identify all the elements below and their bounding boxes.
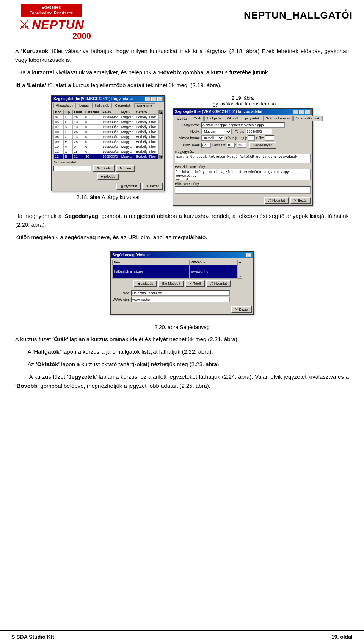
- suly-label: Súly:: [256, 136, 264, 140]
- close-icon-right: ✕: [294, 199, 297, 202]
- bezar-btn-left[interactable]: ✕ Bezár: [142, 183, 163, 190]
- tab-leiras[interactable]: Leírás: [77, 103, 91, 108]
- logo-text: NEPTUN: [32, 18, 84, 32]
- table-row[interactable]: 08G1301999/00/1MagyarBorbély Tibor: [54, 134, 159, 139]
- kurzuskod-input[interactable]: [201, 143, 211, 148]
- bold-jegyzetek: 'Jegyzetek': [67, 373, 97, 380]
- table-row[interactable]: 05G1301998/99/2MagyarBorbély Tibor: [54, 119, 159, 124]
- nyomtat-btn-right[interactable]: 🖨 Nyomtat: [264, 197, 289, 204]
- table-row[interactable]: 08E2601998/99/2MagyarBorbély Tibor: [54, 129, 159, 134]
- bold-bovebb2: 'Bővebb': [15, 383, 39, 389]
- close-icon-left: ✕: [146, 184, 149, 188]
- table-row[interactable]: 09E2801999/00/2MagyarBorbély Tibor: [54, 139, 159, 144]
- dialog-right-title: Szg segített ter(VEMKGE4244T-04) kurzus …: [175, 110, 262, 114]
- filter-input[interactable]: [53, 166, 91, 171]
- screenshot-right: 2.19. ábraEgy kiválasztott kurzus leírás…: [173, 95, 313, 206]
- seged-nev: Hálózatok analízise: [113, 265, 190, 278]
- megjegyzes-textarea[interactable]: min. 5 0, egyik teljesen kezdő AutoCAD-e…: [175, 154, 311, 163]
- col-www: WWW cím: [190, 260, 238, 265]
- targy-neve-input[interactable]: [201, 122, 285, 128]
- bovebb-button-left[interactable]: ▶ Bővebb: [97, 173, 119, 180]
- letszam-to[interactable]: [237, 143, 246, 148]
- paragraph-7: A 'Hallgatók' lapon a kurzusra járó hall…: [15, 347, 349, 356]
- tab-vizsgaalkalmak[interactable]: Vizsgaalkalmak: [293, 116, 322, 121]
- bold-leiras: 'Leírás': [27, 82, 46, 88]
- maximize-btn-left[interactable]: □: [151, 97, 157, 101]
- bezar-btn-seged[interactable]: ✕ Bezár: [231, 306, 252, 313]
- footer-page: 19. oldal: [331, 634, 353, 640]
- bold-itt: Itt: [15, 82, 20, 88]
- bold-orak: 'Órák': [52, 336, 68, 342]
- tab-orak[interactable]: Órák: [191, 116, 204, 121]
- masol-btn[interactable]: Elő Módosít: [158, 280, 184, 287]
- felev-input[interactable]: [246, 129, 272, 134]
- col-letsz: Létszám: [84, 110, 101, 114]
- seged-www-input[interactable]: [131, 297, 230, 302]
- logo-area: Egységes Tanulmányi Rendszer ⚔ NEPTUN 20…: [8, 4, 95, 41]
- table-row[interactable]: 12E31301999/00/2MagyarBorbély Tibor: [54, 154, 159, 159]
- letszam-from[interactable]: [227, 143, 235, 148]
- nyelv-select[interactable]: Magyar: [201, 129, 232, 134]
- table-row[interactable]: 07A1301998/99/2MagyarBorbély Tibor: [54, 124, 159, 129]
- vizsga-select[interactable]: Inkbeli: [201, 135, 224, 141]
- minden-button[interactable]: Minden: [116, 165, 135, 172]
- seged-row-1[interactable]: Hálózatok analízise www.vpr.hu: [113, 265, 238, 278]
- dialog-right-titlebar: Szg segített ter(VEMKGE4244T-04) kurzus …: [173, 109, 312, 115]
- maximize-btn-right[interactable]: □: [299, 110, 304, 114]
- listazas-btn[interactable]: ◀ Listázás: [133, 280, 157, 287]
- tipus-input[interactable]: [248, 135, 255, 141]
- minimize-btn-right[interactable]: _: [293, 110, 298, 114]
- tab-jegyzetek[interactable]: jegyzetek: [243, 116, 262, 121]
- tab-kurzusok[interactable]: Kurzusok: [134, 103, 155, 108]
- segédanyag-dialog-wrap: Segédanyag felvitele ✕ Név WWW cím: [15, 246, 349, 320]
- page-footer: S SDA Stúdió Kft. 19. oldal: [0, 630, 364, 643]
- minimize-btn-left[interactable]: _: [145, 97, 151, 101]
- dialog-right-body: Tárgy neve: Nyelv: Magyar Félév:: [173, 121, 312, 196]
- titlebar-buttons-left[interactable]: _ □ ✕: [145, 97, 163, 101]
- screenshot-left: Szg segített ter(VEMKGE4244T) tárgy adat…: [51, 95, 165, 206]
- megjegyzes-label: Megjegyzés:: [175, 150, 311, 154]
- dialog-right-footer: 🖨 Nyomtat ✕ Bezár: [173, 196, 312, 205]
- seged-close-btn[interactable]: ✕: [246, 253, 252, 257]
- nyomtat-btn-seged[interactable]: 🖨 Nyomtat: [206, 280, 231, 287]
- col-nyelv: Nyelv: [120, 110, 135, 114]
- dialog-left-titlebar: Szg segített ter(VEMKGE4244T) tárgy adat…: [52, 96, 164, 102]
- filter-label: Szűrési feltétel:: [53, 160, 77, 164]
- print-icon-seged: 🖨: [210, 282, 213, 285]
- titlebar-buttons-right[interactable]: _ □ ✕: [293, 110, 311, 114]
- evkozi-textarea[interactable]: 1. követelmény: órai rajzfeladat eredmén…: [175, 169, 311, 180]
- suly-input[interactable]: [265, 135, 274, 141]
- segedanyag-btn[interactable]: Segédanyag: [249, 142, 276, 149]
- segedanyag-table: Név WWW cím Hálózatok analízise www.vpr.…: [112, 260, 238, 279]
- dialog-segedanyag: Segédanyag felvitele ✕ Név WWW cím: [110, 251, 254, 315]
- tab-szamonkeresek[interactable]: Számonkérések: [263, 116, 293, 121]
- szures-button[interactable]: Szűrés/ly: [93, 165, 115, 172]
- table-row[interactable]: 10A001999/00/2MagyarBorbély Tibor: [54, 144, 159, 149]
- tab-hallgatok[interactable]: Hallgatók: [92, 103, 112, 108]
- tab-alapadatok[interactable]: Alapadatok: [53, 103, 76, 108]
- evkozi-label: Évközi követelmény:: [175, 165, 311, 169]
- tab-oktatok[interactable]: Oktatók: [225, 116, 242, 121]
- nyomtat-btn-left[interactable]: 🖨 Nyomtat: [116, 183, 141, 190]
- table-scrollbar-left[interactable]: ▲ ▼: [159, 110, 163, 159]
- tipus-label: Típus (E,G,L):: [226, 136, 247, 140]
- paragraph-4: Ha megnyomjuk a 'Segédanyag' gombot, a m…: [15, 212, 349, 229]
- table-row[interactable]: 11G1501999/00/2MagyarBorbély Tibor: [54, 149, 159, 154]
- footer-company: S SDA Stúdió Kft.: [11, 634, 56, 640]
- seged-nev-input[interactable]: [131, 290, 230, 296]
- seged-titlebar-btns[interactable]: ✕: [246, 253, 252, 257]
- tab-leiras-right[interactable]: Leírás: [175, 116, 190, 121]
- page-title: NEPTUN_HALLGATÓI: [95, 4, 353, 21]
- nyelv-label: Nyelv:: [175, 130, 201, 133]
- seged-scrollbar[interactable]: ▲ ▼: [238, 260, 242, 279]
- table-row[interactable]: 04E2601998/99/2MagyarBorbély Tibor: [54, 114, 159, 119]
- bezar-btn-right[interactable]: ✕ Bezár: [290, 197, 311, 204]
- close-btn-right[interactable]: ✕: [305, 110, 311, 114]
- torol-btn[interactable]: ✕ Töröl: [185, 280, 205, 287]
- seged-nev-label: Név:: [112, 291, 131, 295]
- tab-hallgatok-right[interactable]: Hallgatók: [204, 116, 224, 121]
- seged-titlebar: Segédanyag felvitele ✕: [111, 252, 253, 258]
- elkovetelm-textarea[interactable]: [175, 186, 311, 194]
- tab-csoportok[interactable]: Csoportok: [113, 103, 133, 108]
- close-btn-left[interactable]: ✕: [157, 97, 163, 101]
